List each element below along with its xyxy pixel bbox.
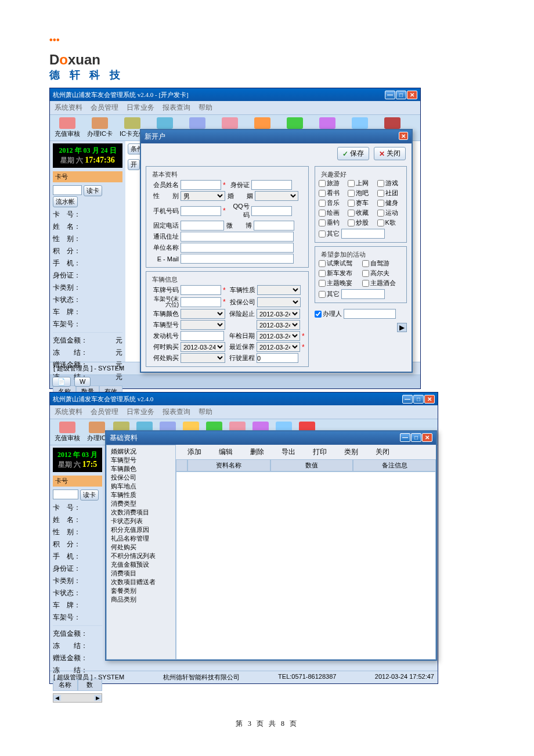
data-grid[interactable] — [176, 471, 436, 660]
marriage-select[interactable] — [255, 191, 298, 201]
color-select[interactable] — [181, 309, 225, 319]
tree-item[interactable]: 卡状态列表 — [109, 517, 174, 525]
ins-end-select[interactable]: 2012-03-24 — [257, 320, 300, 330]
hobby-checkbox[interactable]: 看书 — [319, 189, 344, 197]
menu-item[interactable]: 系统资料 — [55, 103, 82, 113]
name-input[interactable] — [181, 180, 221, 190]
buy-where-select[interactable] — [181, 353, 225, 363]
close-button[interactable]: 关闭 — [376, 447, 389, 457]
tree-item[interactable]: 不积分情况列表 — [109, 552, 174, 560]
menu-item[interactable]: 日常业务 — [127, 407, 154, 417]
tel-input[interactable] — [181, 221, 224, 231]
qq-input[interactable] — [251, 206, 292, 216]
tree-item[interactable]: 次数项目赠送者 — [109, 578, 174, 586]
close-icon[interactable]: ✕ — [407, 91, 417, 99]
task-item[interactable]: 📄 — [52, 377, 71, 387]
hobby-checkbox[interactable]: 泡吧 — [348, 189, 373, 197]
model-select[interactable] — [181, 320, 225, 330]
open-button[interactable]: 开 — [128, 159, 140, 170]
hobby-checkbox[interactable]: 炒股 — [348, 218, 373, 227]
addr-input[interactable] — [181, 232, 294, 242]
hobby-checkbox[interactable]: 社团 — [377, 189, 403, 197]
other-input[interactable] — [341, 229, 385, 239]
h-scrollbar[interactable]: ◀▶ — [53, 693, 102, 703]
ins-start-select[interactable]: 2012-03-24 — [257, 309, 300, 319]
activity-checkbox[interactable]: 高尔夫 — [362, 269, 403, 278]
tool-ic-card[interactable]: 办理IC卡 — [85, 116, 114, 139]
check-date-select[interactable]: 2012-03-24 — [257, 331, 300, 341]
menu-item[interactable]: 会员管理 — [91, 103, 118, 113]
close-icon[interactable]: ✕ — [422, 433, 432, 442]
task-item[interactable]: W — [74, 377, 91, 387]
hobby-checkbox[interactable]: 上网 — [348, 179, 373, 188]
hobby-checkbox[interactable]: K歌 — [377, 218, 403, 227]
read-card-button[interactable]: 读卡 — [84, 185, 102, 196]
maint-date-select[interactable]: 2012-03-24 — [257, 342, 300, 352]
minimize-icon[interactable]: — — [400, 433, 410, 442]
close-button[interactable]: ✕关闭 — [374, 147, 406, 160]
minimize-icon[interactable]: — — [385, 91, 395, 99]
tree-item[interactable]: 何处购买 — [109, 543, 174, 552]
buy-date-select[interactable]: 2012-03-24 — [181, 342, 225, 352]
company-input[interactable] — [181, 243, 294, 253]
email-input[interactable] — [181, 254, 294, 264]
menu-item[interactable]: 报表查询 — [163, 103, 190, 113]
vin-input[interactable] — [181, 297, 221, 307]
card-input[interactable] — [53, 185, 82, 195]
menu-item[interactable]: 系统资料 — [55, 407, 82, 417]
activity-checkbox[interactable]: 主题酒会 — [362, 279, 403, 287]
mobile-input[interactable] — [181, 206, 221, 216]
tree-item[interactable]: 车辆颜色 — [109, 465, 174, 473]
operator-checkbox[interactable] — [315, 311, 322, 318]
dialog-titlebar[interactable]: 基础资料 — □ ✕ — [106, 431, 436, 445]
menu-item[interactable]: 日常业务 — [127, 103, 154, 113]
activity-checkbox[interactable]: 试乘试驾 — [319, 259, 359, 268]
scroll-right-icon[interactable]: ▶ — [397, 323, 407, 332]
activity-checkbox[interactable]: 新车发布 — [319, 269, 359, 278]
hobby-checkbox[interactable]: 旅游 — [319, 179, 344, 188]
dialog-titlebar[interactable]: 新开户 ✕ — [141, 130, 412, 143]
tree-item[interactable]: 投保公司 — [109, 473, 174, 482]
id-input[interactable] — [251, 180, 292, 190]
mileage-input[interactable] — [257, 353, 298, 363]
tree-item[interactable]: 套餐类别 — [109, 586, 174, 595]
menu-item[interactable]: 帮助 — [199, 103, 212, 113]
tree-item[interactable]: 消费项目 — [109, 569, 174, 578]
close-icon[interactable]: ✕ — [424, 395, 435, 404]
insco-select[interactable] — [257, 297, 301, 307]
tree-item[interactable]: 次数消费项目 — [109, 508, 174, 517]
tree-item[interactable]: 礼品名称管理 — [109, 534, 174, 543]
flow-button[interactable]: 流水帐 — [53, 196, 78, 207]
tree-item[interactable]: 购车地点 — [109, 482, 174, 491]
tree-item[interactable]: 婚姻状况 — [109, 447, 174, 456]
add-button[interactable]: 添加 — [187, 447, 201, 457]
activity-checkbox[interactable]: 自驾游 — [362, 259, 403, 268]
hobby-checkbox[interactable]: 健身 — [377, 199, 403, 207]
close-icon[interactable]: ✕ — [399, 132, 408, 140]
menu-item[interactable]: 会员管理 — [91, 407, 118, 417]
card-input[interactable] — [53, 489, 78, 499]
edit-button[interactable]: 编辑 — [219, 447, 233, 457]
other-activity-input[interactable] — [341, 289, 385, 299]
hobby-checkbox[interactable]: 赛车 — [348, 199, 373, 207]
nature-select[interactable] — [257, 285, 301, 295]
engine-input[interactable] — [181, 331, 224, 341]
tree-item[interactable]: 车辆性质 — [109, 491, 174, 499]
export-button[interactable]: 导出 — [282, 447, 295, 457]
delete-button[interactable]: 删除 — [250, 447, 264, 457]
read-card-button[interactable]: 读卡 — [80, 489, 99, 501]
print-button[interactable]: 打印 — [313, 447, 327, 457]
hobby-checkbox[interactable]: 运动 — [377, 208, 403, 217]
hobby-checkbox[interactable]: 垂钓 — [319, 218, 344, 227]
tree-item[interactable]: 充值金额预设 — [109, 560, 174, 569]
activity-checkbox[interactable]: 主题晚宴 — [319, 279, 359, 287]
hobby-checkbox[interactable]: 游戏 — [377, 179, 403, 188]
menu-item[interactable]: 帮助 — [199, 407, 212, 417]
tree-item[interactable]: 积分充值原因 — [109, 525, 174, 534]
weibo-input[interactable] — [254, 221, 294, 231]
titlebar[interactable]: 杭州萧山浦发车友会管理系统 v2.4.0 — □ ✕ — [50, 393, 438, 405]
other-checkbox[interactable] — [319, 231, 326, 237]
tool-recharge-audit[interactable]: 充值审核 — [53, 420, 82, 444]
maximize-icon[interactable]: □ — [413, 395, 424, 404]
tree-item[interactable]: 消费类型 — [109, 499, 174, 508]
